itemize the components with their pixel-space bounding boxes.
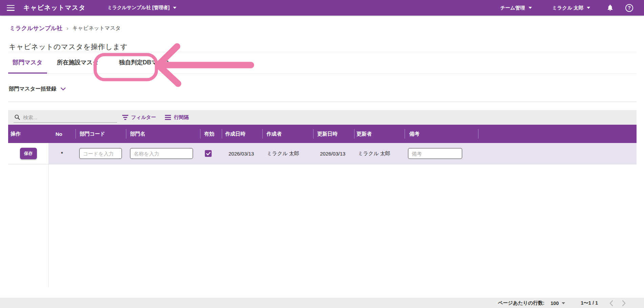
table-header-row: 操作 No 部門コード 部門名 有効 作成日時 作成者 更新日時 更新者 備考	[8, 125, 637, 143]
column-header-enabled: 有効	[200, 125, 222, 143]
tab-location-master[interactable]: 所在施設マスタ	[52, 52, 103, 74]
column-header-filler	[478, 125, 637, 143]
column-header-created-at: 作成日時	[222, 125, 262, 143]
tab-custom-judgement-db-master[interactable]: 独自判定DBマスタ	[114, 52, 174, 74]
chevron-down-icon	[173, 7, 176, 9]
company-selector-label: ミラクルサンプル社 [管理者]	[107, 5, 170, 11]
next-page-button[interactable]	[622, 300, 626, 306]
company-selector[interactable]: ミラクルサンプル社 [管理者]	[107, 5, 176, 11]
app-title: キャビネットマスタ	[23, 3, 86, 12]
tab-bar: 部門マスタ 所在施設マスタ 独自判定DBマスタ	[8, 52, 637, 74]
chevron-down-icon	[562, 302, 565, 304]
column-header-updated-at: 更新日時	[313, 125, 354, 143]
filter-icon	[122, 115, 128, 120]
user-menu-label: ミラクル 太郎	[552, 5, 583, 11]
remarks-input[interactable]	[408, 148, 462, 159]
tab-department-master[interactable]: 部門マスタ	[8, 52, 47, 74]
pagination-bar: ページあたりの行数: 100 1〜1 / 1	[0, 298, 644, 308]
remarks-cell	[405, 143, 478, 164]
breadcrumb-separator-icon: ›	[66, 25, 68, 32]
master-table: フィルター 行間隔 操作 No 部門コード 部門名 有効 作成日時 作成者 更新…	[8, 110, 637, 298]
user-menu[interactable]: ミラクル 太郎	[552, 5, 590, 11]
column-header-no: No	[48, 125, 76, 143]
chevron-down-icon	[61, 87, 66, 90]
breadcrumb-company-link[interactable]: ミラクルサンプル社	[9, 24, 62, 32]
notifications-button[interactable]	[606, 4, 614, 12]
row-number-cell: *	[48, 143, 76, 164]
column-header-created-by: 作成者	[262, 125, 313, 143]
row-spacing-button[interactable]: 行間隔	[165, 114, 189, 121]
column-header-updated-by: 更新者	[354, 125, 405, 143]
department-name-input[interactable]	[130, 148, 193, 159]
top-app-bar: キャビネットマスタ ミラクルサンプル社 [管理者] チーム管理 ミラクル 太郎 …	[0, 0, 644, 16]
bulk-register-label: 部門マスター括登録	[9, 85, 57, 93]
new-entry-row: 保存 * 2026/03/13 ミラクル 太郎 2026/03/13 ミラクル …	[8, 143, 637, 164]
breadcrumb-current: キャビネットマスタ	[72, 25, 121, 32]
department-name-cell	[126, 143, 200, 164]
previous-page-button[interactable]	[609, 300, 613, 306]
section-divider	[8, 102, 637, 102]
department-code-cell	[76, 143, 126, 164]
updated-at-cell: 2026/03/13	[313, 143, 354, 164]
bell-icon	[606, 4, 614, 12]
hamburger-menu-icon[interactable]	[7, 5, 15, 11]
row-spacing-label: 行間隔	[174, 114, 189, 121]
chevron-left-icon	[609, 300, 613, 306]
bulk-register-toggle[interactable]: 部門マスター括登録	[9, 85, 66, 93]
team-management-menu[interactable]: チーム管理	[500, 5, 532, 11]
operations-cell: 保存	[8, 143, 48, 164]
updated-by-cell: ミラクル 太郎	[354, 143, 405, 164]
rows-per-page-label: ページあたりの行数:	[498, 300, 544, 306]
checkmark-icon	[206, 152, 211, 156]
table-toolbar: フィルター 行間隔	[8, 110, 637, 125]
help-button[interactable]: ?	[625, 4, 633, 12]
page: キャビネットマスタ ミラクルサンプル社 [管理者] チーム管理 ミラクル 太郎 …	[0, 0, 644, 308]
breadcrumb: ミラクルサンプル社 › キャビネットマスタ	[9, 24, 121, 32]
created-by-cell: ミラクル 太郎	[262, 143, 313, 164]
column-header-department-name: 部門名	[126, 125, 200, 143]
filter-label: フィルター	[131, 114, 156, 121]
enabled-cell	[200, 143, 222, 164]
column-header-remarks: 備考	[405, 125, 478, 143]
filter-button[interactable]: フィルター	[122, 114, 156, 121]
department-code-input[interactable]	[79, 148, 122, 159]
row-lines-icon	[165, 115, 171, 121]
rows-per-page-value: 100	[551, 301, 559, 306]
pagination-range: 1〜1 / 1	[581, 300, 598, 306]
save-button[interactable]: 保存	[20, 148, 37, 159]
search-input[interactable]	[23, 115, 117, 120]
search-icon	[14, 114, 20, 120]
page-title: キャビネットのマスタを操作します	[9, 42, 128, 52]
chevron-right-icon	[622, 300, 626, 306]
question-mark-icon: ?	[628, 5, 631, 11]
table-body-empty	[8, 164, 637, 292]
team-management-label: チーム管理	[500, 5, 525, 11]
enabled-checkbox[interactable]	[205, 150, 212, 157]
search-field	[14, 112, 117, 123]
operations-column-divider	[48, 164, 49, 287]
rows-per-page-select[interactable]: 100	[551, 301, 565, 306]
chevron-down-icon	[529, 7, 532, 9]
column-header-operations: 操作	[8, 125, 48, 143]
chevron-down-icon	[587, 7, 590, 9]
created-at-cell: 2026/03/13	[222, 143, 262, 164]
filler-cell	[478, 143, 637, 164]
column-header-department-code: 部門コード	[76, 125, 126, 143]
